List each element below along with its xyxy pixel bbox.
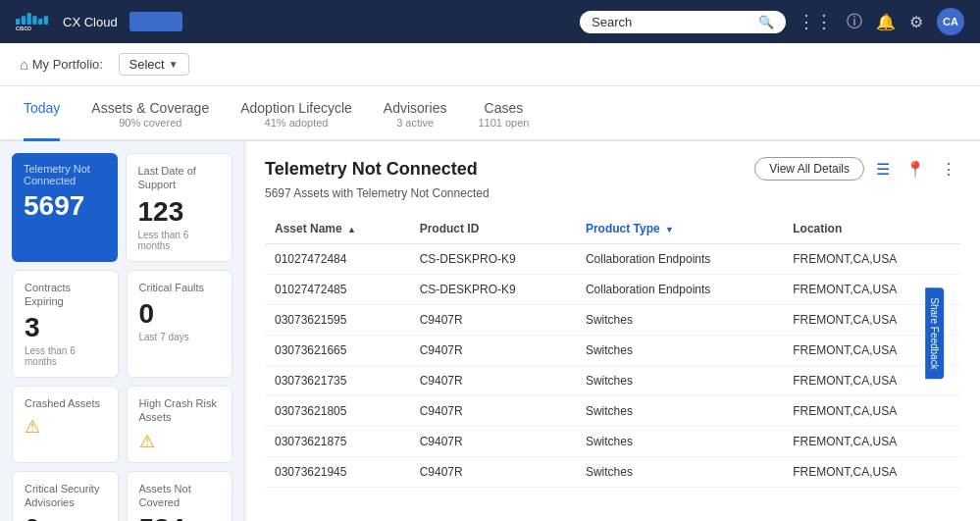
sidebar-row-3: Crashed Assets ⚠ High Crash Risk Assets …: [12, 386, 232, 463]
cell-productId: CS-DESKPRO-K9: [410, 275, 576, 305]
cell-productId: C9407R: [410, 366, 576, 396]
search-input[interactable]: [592, 15, 752, 29]
portfolio-select-button[interactable]: Select ▼: [119, 53, 189, 76]
cell-productType: Collaboration Endpoints: [576, 244, 783, 275]
high-crash-risk-card: High Crash Risk Assets ⚠: [127, 386, 233, 463]
cx-cloud-label: CX Cloud: [63, 15, 118, 29]
col-location[interactable]: Location: [783, 214, 960, 244]
svg-rect-1: [22, 16, 26, 25]
right-panel: Telemetry Not Connected View All Details…: [245, 141, 980, 521]
panel-actions: View All Details ☰ 📍 ⋮: [754, 157, 960, 181]
cell-productType: Switches: [576, 336, 783, 366]
cell-productId: CS-DESKPRO-K9: [410, 244, 576, 275]
svg-rect-2: [27, 13, 31, 25]
cell-assetName: 03073621805: [265, 396, 410, 427]
contracts-expiring-card: Contracts Expiring 3 Less than 6 months: [12, 270, 119, 379]
cell-productId: C9407R: [410, 457, 576, 488]
map-view-icon[interactable]: 📍: [902, 158, 929, 181]
panel-title: Telemetry Not Connected: [265, 159, 478, 180]
cell-location: FREMONT,CA,USA: [783, 396, 960, 427]
table-row: 03073621805C9407RSwitchesFREMONT,CA,USA: [265, 396, 960, 427]
table-row: 03073621595C9407RSwitchesFREMONT,CA,USA: [265, 305, 960, 336]
cell-productId: C9407R: [410, 336, 576, 366]
col-asset-name[interactable]: Asset Name ▲: [265, 214, 410, 244]
chevron-down-icon: ▼: [169, 59, 179, 70]
view-all-details-button[interactable]: View All Details: [754, 157, 864, 181]
cell-assetName: 01027472485: [265, 275, 410, 305]
tab-today[interactable]: Today: [24, 86, 60, 141]
cell-productType: Switches: [576, 457, 783, 488]
portfolio-bar: ⌂ My Portfolio: Select ▼: [0, 43, 980, 86]
cell-assetName: 03073621595: [265, 305, 410, 336]
avatar[interactable]: CA: [937, 8, 964, 35]
crashed-assets-card: Crashed Assets ⚠: [12, 386, 119, 463]
cell-assetName: 03073621875: [265, 427, 410, 457]
svg-text:CISCO: CISCO: [16, 26, 31, 30]
notifications-icon[interactable]: 🔔: [876, 13, 896, 31]
table-row: 03073621875C9407RSwitchesFREMONT,CA,USA: [265, 427, 960, 457]
left-sidebar: Telemetry Not Connected 5697 Last Date o…: [0, 141, 245, 521]
cisco-logo-icon: CISCO: [16, 13, 51, 30]
assets-not-covered-card: Assets Not Covered 584: [127, 471, 233, 521]
cell-location: FREMONT,CA,USA: [783, 244, 960, 275]
svg-rect-3: [32, 16, 36, 25]
share-feedback-tab[interactable]: Share Feedback: [925, 287, 944, 379]
col-product-type[interactable]: Product Type ▼: [576, 214, 783, 244]
sidebar-row-1: Telemetry Not Connected 5697 Last Date o…: [12, 153, 232, 262]
critical-faults-card: Critical Faults 0 Last 7 days: [127, 270, 233, 379]
sidebar-row-4: Critical Security Advisories 0 Assets No…: [12, 471, 232, 521]
panel-header: Telemetry Not Connected View All Details…: [265, 157, 960, 181]
svg-rect-4: [38, 19, 42, 25]
tab-adoption-lifecycle[interactable]: Adoption Lifecycle 41% adopted: [240, 86, 352, 141]
cell-assetName: 01027472484: [265, 244, 410, 275]
tab-cases[interactable]: Cases 1101 open: [478, 86, 529, 141]
svg-rect-0: [16, 19, 20, 25]
nav-icons: ⋮⋮ ⓘ 🔔 ⚙ CA: [798, 8, 964, 35]
cell-productType: Collaboration Endpoints: [576, 275, 783, 305]
table-row: 01027472485CS-DESKPRO-K9Collaboration En…: [265, 275, 960, 305]
cell-productId: C9407R: [410, 396, 576, 427]
telemetry-card: Telemetry Not Connected 5697: [12, 153, 118, 262]
top-navigation: CISCO CX Cloud 🔍 ⋮⋮ ⓘ 🔔 ⚙ CA: [0, 0, 980, 43]
high-crash-risk-warning-icon: ⚠: [139, 431, 221, 452]
cell-assetName: 03073621735: [265, 366, 410, 396]
tabs-bar: Today Assets & Coverage 90% covered Adop…: [0, 86, 980, 141]
sort-arrow-asset-name: ▲: [347, 225, 356, 234]
more-options-icon[interactable]: ⋮: [937, 158, 960, 181]
last-date-card: Last Date of Support 123 Less than 6 mon…: [126, 153, 233, 262]
cisco-logo: CISCO: [16, 13, 51, 30]
settings-icon[interactable]: ⚙: [909, 13, 923, 31]
svg-rect-5: [44, 16, 48, 25]
table-row: 01027472484CS-DESKPRO-K9Collaboration En…: [265, 244, 960, 275]
table-row: 03073621945C9407RSwitchesFREMONT,CA,USA: [265, 457, 960, 488]
help-icon[interactable]: ⓘ: [847, 12, 862, 32]
table-row: 03073621665C9407RSwitchesFREMONT,CA,USA: [265, 336, 960, 366]
sidebar-row-2: Contracts Expiring 3 Less than 6 months …: [12, 270, 232, 379]
critical-security-card: Critical Security Advisories 0: [12, 471, 119, 521]
cell-assetName: 03073621665: [265, 336, 410, 366]
search-icon: 🔍: [758, 15, 774, 29]
cell-productType: Switches: [576, 366, 783, 396]
home-icon: ⌂: [20, 56, 28, 73]
col-product-id[interactable]: Product ID: [410, 214, 576, 244]
main-content: Telemetry Not Connected 5697 Last Date o…: [0, 141, 980, 521]
cell-location: FREMONT,CA,USA: [783, 457, 960, 488]
tab-assets-coverage[interactable]: Assets & Coverage 90% covered: [91, 86, 209, 141]
assets-table: Asset Name ▲ Product ID Product Type ▼ L…: [265, 214, 960, 488]
table-row: 03073621735C9407RSwitchesFREMONT,CA,USA: [265, 366, 960, 396]
nav-title-badge: [129, 12, 183, 31]
table-header-row: Asset Name ▲ Product ID Product Type ▼ L…: [265, 214, 960, 244]
cell-location: FREMONT,CA,USA: [783, 427, 960, 457]
list-view-icon[interactable]: ☰: [872, 158, 894, 181]
search-bar[interactable]: 🔍: [580, 11, 786, 33]
panel-subtitle: 5697 Assets with Telemetry Not Connected: [265, 186, 960, 200]
cell-assetName: 03073621945: [265, 457, 410, 488]
portfolio-label: My Portfolio: Select ▼: [32, 53, 189, 76]
grid-icon[interactable]: ⋮⋮: [798, 11, 833, 32]
cell-productType: Switches: [576, 305, 783, 336]
cell-productType: Switches: [576, 396, 783, 427]
crashed-assets-warning-icon: ⚠: [25, 416, 106, 438]
cell-productType: Switches: [576, 427, 783, 457]
cell-productId: C9407R: [410, 305, 576, 336]
tab-advisories[interactable]: Advisories 3 active: [384, 86, 447, 141]
